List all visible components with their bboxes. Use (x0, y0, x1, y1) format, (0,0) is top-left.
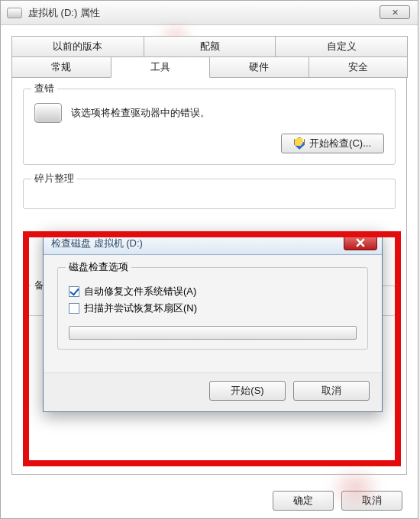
scanbad-label: 扫描并尝试恢复坏扇区(N) (84, 301, 197, 315)
tab-previous-versions[interactable]: 以前的版本 (11, 36, 144, 57)
defrag-group: 碎片整理 (23, 179, 396, 209)
tab-hardware[interactable]: 硬件 (209, 56, 309, 78)
option-autofix-row: 自动修复文件系统错误(A) (69, 285, 357, 298)
tab-quota[interactable]: 配额 (144, 36, 276, 57)
dialog-button-row: 确定 取消 (273, 491, 402, 511)
titlebar[interactable]: 虚拟机 (D:) 属性 ✕ (1, 1, 418, 25)
start-button[interactable]: 开始(S) (209, 381, 286, 401)
error-checking-legend: 查错 (31, 82, 57, 95)
tab-tools[interactable]: 工具 (111, 56, 211, 78)
modal-cancel-button[interactable]: 取消 (293, 381, 370, 401)
error-checking-row: 该选项将检查驱动器中的错误。 (34, 103, 384, 123)
ok-button[interactable]: 确定 (273, 491, 334, 511)
tab-row-bottom: 常规 工具 硬件 安全 (11, 56, 407, 78)
close-icon: ✕ (392, 8, 399, 18)
check-disk-dialog: 检查磁盘 虚拟机 (D:) 磁盘检查选项 自动修复文件系统错误(A) 扫描并尝试… (43, 231, 383, 412)
progress-bar (69, 326, 357, 340)
check-disk-body: 磁盘检查选项 自动修复文件系统错误(A) 扫描并尝试恢复坏扇区(N) (44, 255, 382, 357)
cancel-button[interactable]: 取消 (341, 491, 402, 511)
option-scanbad-row: 扫描并尝试恢复坏扇区(N) (69, 301, 357, 315)
scanbad-checkbox[interactable] (69, 303, 79, 314)
start-check-label: 开始检查(C)... (309, 137, 371, 150)
check-disk-titlebar[interactable]: 检查磁盘 虚拟机 (D:) (44, 232, 382, 255)
close-icon (356, 238, 365, 247)
autofix-checkbox[interactable] (69, 286, 79, 297)
start-check-button[interactable]: 开始检查(C)... (281, 134, 384, 153)
uac-shield-icon (294, 137, 305, 150)
disk-check-options-legend: 磁盘检查选项 (66, 260, 131, 274)
error-checking-group: 查错 该选项将检查驱动器中的错误。 开始检查(C)... (23, 89, 396, 165)
tab-custom[interactable]: 自定义 (275, 36, 408, 57)
drive-icon (7, 8, 22, 18)
check-disk-close-button[interactable] (344, 235, 377, 250)
disk-check-options-group: 磁盘检查选项 自动修复文件系统错误(A) 扫描并尝试恢复坏扇区(N) (57, 267, 368, 350)
tab-general[interactable]: 常规 (11, 56, 111, 78)
tab-row-top: 以前的版本 配额 自定义 (11, 36, 407, 57)
window-close-button[interactable]: ✕ (380, 5, 410, 19)
autofix-label: 自动修复文件系统错误(A) (84, 285, 196, 298)
defrag-legend: 碎片整理 (31, 172, 77, 185)
error-checking-description: 该选项将检查驱动器中的错误。 (71, 106, 210, 120)
disk-icon (34, 103, 62, 123)
check-disk-title: 检查磁盘 虚拟机 (D:) (48, 237, 143, 250)
check-disk-button-row: 开始(S) 取消 (44, 372, 382, 411)
tab-security[interactable]: 安全 (309, 56, 409, 78)
window-title: 虚拟机 (D:) 属性 (28, 6, 100, 20)
